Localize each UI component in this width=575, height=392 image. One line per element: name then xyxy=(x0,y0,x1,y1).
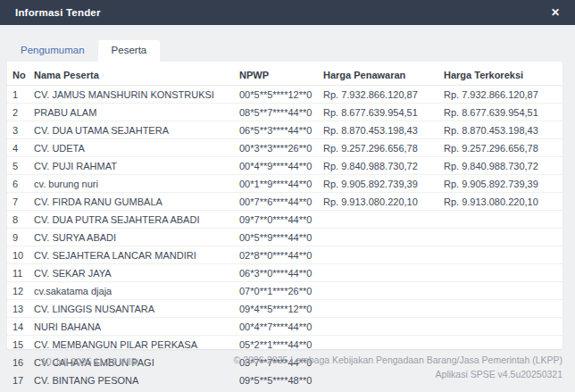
peserta-table: No Nama Peserta NPWP Harga Penawaran Har… xyxy=(7,65,562,389)
table-row: 1CV. JAMUS MANSHURIN KONSTRUKSI00*5**5**… xyxy=(7,86,562,104)
row-no: 11 xyxy=(7,264,29,282)
harga-penawaran-value: Rp. 8.870.453.198,43 xyxy=(318,121,438,139)
row-no: 17 xyxy=(7,371,29,389)
harga-penawaran-value xyxy=(318,336,438,354)
harga-terkoreksi-value: Rp. 7.932.866.120,87 xyxy=(438,86,562,104)
npwp-value: 08*5**7****44**0 xyxy=(234,104,318,121)
participant-name: CV. PUJI RAHMAT xyxy=(29,157,234,175)
participant-name: CV. BINTANG PESONA xyxy=(29,371,234,389)
harga-terkoreksi-value xyxy=(438,282,562,300)
participant-name: CV. DUA UTAMA SEJAHTERA xyxy=(29,121,234,139)
npwp-value: 09*7**0****44**0 xyxy=(234,211,318,229)
npwp-value: 00*3**3****26**0 xyxy=(234,139,318,157)
modal-title: Informasi Tender xyxy=(15,7,101,18)
participant-name: CV. SEJAHTERA LANCAR MANDIRI xyxy=(29,246,234,264)
harga-penawaran-value xyxy=(318,282,438,300)
participant-name: cv. burung nuri xyxy=(29,175,234,193)
row-no: 9 xyxy=(7,229,29,246)
row-no: 10 xyxy=(7,246,29,264)
footer-copyright: © 2006-2025 Lembaga Kebijakan Pengadaan … xyxy=(234,353,562,367)
harga-penawaran-value: Rp. 9.905.892.739,39 xyxy=(318,175,438,193)
npwp-value: 00*5**9****44**0 xyxy=(234,229,318,246)
harga-terkoreksi-value xyxy=(438,211,562,229)
row-no: 2 xyxy=(7,104,29,121)
footer-timestamp: 10 Juli 2025 11:22 WIB xyxy=(41,356,138,367)
tab-bar: Pengumuman Peserta xyxy=(7,41,160,62)
npwp-value: 00*7**6****44**0 xyxy=(234,193,318,211)
row-no: 1 xyxy=(7,86,29,104)
col-header-harga-terkoreksi: Harga Terkoreksi xyxy=(438,65,562,86)
harga-terkoreksi-value: Rp. 8.870.453.198,43 xyxy=(438,121,562,139)
participant-name: CV. DUA PUTRA SEJAHTERA ABADI xyxy=(29,211,234,229)
close-icon[interactable]: ✕ xyxy=(551,7,560,18)
harga-terkoreksi-value: Rp. 9.905.892.739,39 xyxy=(438,175,562,193)
npwp-value: 00*4**7****44**0 xyxy=(234,318,318,336)
table-row: 5CV. PUJI RAHMAT00*4**9****44**0Rp. 9.84… xyxy=(7,157,562,175)
harga-terkoreksi-value xyxy=(438,336,562,354)
table-row: 2PRABU ALAM08*5**7****44**0Rp. 8.677.639… xyxy=(7,104,562,121)
col-header-npwp: NPWP xyxy=(234,65,318,86)
row-no: 8 xyxy=(7,211,29,229)
harga-terkoreksi-value: Rp. 9.257.296.656,78 xyxy=(438,139,562,157)
harga-penawaran-value: Rp. 7.932.866.120,87 xyxy=(318,86,438,104)
npwp-value: 06*3**0****44**0 xyxy=(234,264,318,282)
npwp-value: 09*4**5****12**0 xyxy=(234,300,318,318)
participant-name: CV. FIRDA RANU GUMBALA xyxy=(29,193,234,211)
tab-pengumuman[interactable]: Pengumuman xyxy=(7,40,98,63)
participant-name: CV. LINGGIS NUSANTARA xyxy=(29,300,234,318)
participant-name: CV. SEKAR JAYA xyxy=(29,264,234,282)
table-row: 9CV. SURYA ABADI00*5**9****44**0 xyxy=(7,229,562,246)
row-no: 5 xyxy=(7,157,29,175)
row-no: 14 xyxy=(7,318,29,336)
table-row: 6cv. burung nuri00*1**9****44**0Rp. 9.90… xyxy=(7,175,562,193)
harga-terkoreksi-value xyxy=(438,264,562,282)
row-no: 6 xyxy=(7,175,29,193)
npwp-value: 00*4**9****44**0 xyxy=(234,157,318,175)
harga-terkoreksi-value: Rp. 9.913.080.220,10 xyxy=(438,193,562,211)
participant-name: CV. MEMBANGUN PILAR PERKASA xyxy=(29,336,234,354)
harga-penawaran-value xyxy=(318,318,438,336)
harga-penawaran-value xyxy=(318,211,438,229)
harga-penawaran-value xyxy=(318,300,438,318)
harga-penawaran-value xyxy=(318,246,438,264)
table-row: 7CV. FIRDA RANU GUMBALA00*7**6****44**0R… xyxy=(7,193,562,211)
row-no: 3 xyxy=(7,121,29,139)
participant-name: CV. SURYA ABADI xyxy=(29,229,234,246)
col-header-nama-peserta: Nama Peserta xyxy=(29,65,234,86)
harga-penawaran-value: Rp. 9.913.080.220,10 xyxy=(318,193,438,211)
table-row: 13CV. LINGGIS NUSANTARA09*4**5****12**0 xyxy=(7,300,562,318)
footer-credits: © 2006-2025 Lembaga Kebijakan Pengadaan … xyxy=(234,353,562,381)
harga-penawaran-value: Rp. 9.840.988.730,72 xyxy=(318,157,438,175)
harga-penawaran-value xyxy=(318,229,438,246)
participant-name: CV. UDETA xyxy=(29,139,234,157)
table-row: 11CV. SEKAR JAYA06*3**0****44**0 xyxy=(7,264,562,282)
table-row: 14NURI BAHANA00*4**7****44**0 xyxy=(7,318,562,336)
row-no: 7 xyxy=(7,193,29,211)
harga-terkoreksi-value xyxy=(438,229,562,246)
col-header-harga-penawaran: Harga Penawaran xyxy=(318,65,438,86)
npwp-value: 02*8**0****44**0 xyxy=(234,246,318,264)
participant-name: cv.sakatama djaja xyxy=(29,282,234,300)
table-row: 4CV. UDETA00*3**3****26**0Rp. 9.257.296.… xyxy=(7,139,562,157)
npwp-value: 07*0**1****26**0 xyxy=(234,282,318,300)
participant-name: CV. JAMUS MANSHURIN KONSTRUKSI xyxy=(29,86,234,104)
row-no: 13 xyxy=(7,300,29,318)
harga-penawaran-value: Rp. 9.257.296.656,78 xyxy=(318,139,438,157)
row-no: 4 xyxy=(7,139,29,157)
harga-terkoreksi-value xyxy=(438,318,562,336)
participant-name: NURI BAHANA xyxy=(29,318,234,336)
harga-penawaran-value: Rp. 8.677.639.954,51 xyxy=(318,104,438,121)
table-row: 8CV. DUA PUTRA SEJAHTERA ABADI09*7**0***… xyxy=(7,211,562,229)
row-no: 12 xyxy=(7,282,29,300)
row-no: 15 xyxy=(7,336,29,354)
tab-peserta[interactable]: Peserta xyxy=(98,40,161,63)
table-header-row: No Nama Peserta NPWP Harga Penawaran Har… xyxy=(7,65,562,86)
harga-terkoreksi-value: Rp. 8.677.639.954,51 xyxy=(438,104,562,121)
peserta-panel: No Nama Peserta NPWP Harga Penawaran Har… xyxy=(7,62,562,349)
harga-penawaran-value xyxy=(318,264,438,282)
npwp-value: 00*1**9****44**0 xyxy=(234,175,318,193)
table-row: 15CV. MEMBANGUN PILAR PERKASA05*2**1****… xyxy=(7,336,562,354)
harga-terkoreksi-value xyxy=(438,300,562,318)
harga-terkoreksi-value: Rp. 9.840.988.730,72 xyxy=(438,157,562,175)
row-no: 16 xyxy=(7,354,29,371)
